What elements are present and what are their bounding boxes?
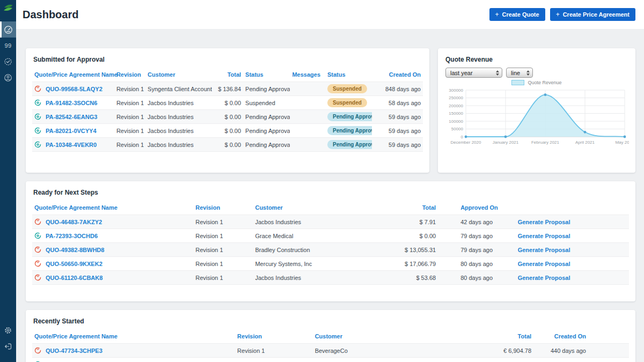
record-link[interactable]: QUO-99568-5LAQY2 [46,86,103,92]
generate-proposal-link[interactable]: Generate Proposal [518,247,570,253]
column-header[interactable]: Quote/Price Agreement Name [32,201,193,215]
svg-text:May 2021: May 2021 [615,140,629,145]
leaf-logo-icon [2,3,14,14]
record-link[interactable]: QUO-61120-6CBAK8 [46,275,103,281]
create-quote-button[interactable]: + Create Quote [489,8,545,21]
recently-started-card: Recently Started Quote/Price Agreement N… [26,310,635,362]
create-price-agreement-button[interactable]: + Create Price Agreement [550,8,635,21]
created-on-cell: 440 days ago [533,344,629,358]
customer-cell: Jacbos Industries [145,124,212,138]
status-badge: Suspended [327,98,367,107]
topbar: Dashboard + Create Quote + Create Price … [16,0,644,29]
customer-cell: Jacbos Industries [253,271,384,285]
column-header[interactable]: Total [212,68,243,82]
created-on-cell: 58 days ago [372,96,423,110]
svg-text:January 2021: January 2021 [493,140,519,145]
sidebar-item-approvals[interactable] [0,54,16,70]
column-header[interactable]: Customer [145,68,212,82]
svg-text:300000: 300000 [449,88,463,93]
column-header[interactable]: Quote/Price Agreement Name [32,68,114,82]
column-header[interactable]: Status [325,68,372,82]
sidebar-item-dashboard[interactable] [0,21,16,38]
column-header[interactable]: Status [243,68,290,82]
generate-proposal-link[interactable]: Generate Proposal [518,275,570,281]
messages-cell [290,110,325,124]
record-link[interactable]: QUO-50650-9KXEK2 [46,261,103,267]
sidebar-item-account[interactable] [0,70,16,86]
table-row: ”QUO-47734-3CHPE3Revision 1BeverageCo€ 6… [32,344,629,358]
revision-cell: Revision 1 [235,358,313,362]
action-cell: Generate Proposal [516,215,629,229]
status-badge: Pending Approval [327,126,372,135]
name-cell: ”QUO-50650-9KXEK2 [32,257,193,271]
select-arrows-icon [526,70,530,76]
total-cell: $ 17,066.79 [384,257,438,271]
total-cell: $ 0.00 [212,96,243,110]
column-header[interactable]: Customer [313,329,474,344]
created-on-cell: 59 days ago [372,110,423,124]
table-row: ”QUO-50650-9KXEK2Revision 1Mercury Syste… [32,257,629,271]
plus-icon: + [495,11,499,18]
column-header[interactable]: Created On [533,329,629,344]
record-link[interactable]: QUO-47734-3CHPE3 [46,348,103,354]
table-header-row: Quote/Price Agreement Name Revision Cust… [32,329,629,344]
svg-text:”: ” [36,275,39,280]
name-cell: ”QUO-99568-5LAQY2 [32,82,114,96]
column-header[interactable]: Total [384,201,438,215]
svg-text:0: 0 [461,135,464,139]
table-row: PA-91482-3SOCN6Revision 1Jacbos Industri… [32,96,423,110]
status-cell: Pending Approval [243,124,290,138]
total-cell: $ 0.00 [212,110,243,124]
column-header[interactable]: Approved On [438,201,516,215]
record-link[interactable]: QUO-46483-7AKZY2 [46,219,102,225]
table-header-row: Quote/Price Agreement Name Revision Cust… [32,201,629,215]
generate-proposal-link[interactable]: Generate Proposal [518,261,570,267]
quote-icon: ” [34,246,41,253]
svg-text:”: ” [36,247,39,253]
generate-proposal-link[interactable]: Generate Proposal [518,233,570,239]
column-header[interactable]: Revision [193,201,253,215]
status-badge: Suspended [327,84,367,93]
column-header[interactable]: Customer [253,201,384,215]
table-row: PA-82542-6EANG3Revision 1Jacbos Industri… [32,110,423,124]
column-header[interactable]: Revision [114,68,145,82]
customer-cell: Syngenta Client Account [145,82,212,96]
generate-proposal-link[interactable]: Generate Proposal [518,219,570,225]
svg-text:”: ” [36,86,39,92]
svg-text:50000: 50000 [451,127,464,131]
record-link[interactable]: PA-82542-6EANG3 [46,114,97,120]
table-row: PA-41163-9HHZN8Revision 1Jacbos Industri… [32,358,629,362]
status-cell: Suspended [243,96,290,110]
sidebar-item-quotes-count[interactable]: 99 [0,38,16,54]
record-link[interactable]: PA-72393-3OCHD6 [46,233,98,239]
chart-type-select[interactable]: line [506,68,533,78]
created-on-cell: 848 days ago [372,82,423,96]
name-cell: PA-82542-6EANG3 [32,110,114,124]
record-link[interactable]: QUO-49382-8BWHD8 [46,247,104,253]
status-badge-cell: Suspended [325,82,372,96]
record-link[interactable]: PA-91482-3SOCN6 [46,100,97,106]
status-cell: Pending Approval [243,138,290,152]
status-badge-cell: Pending Approval [325,138,372,152]
sidebar-item-settings[interactable] [0,322,16,338]
sidebar-item-logout[interactable] [0,338,16,354]
customer-cell: Grace Medical [253,229,384,243]
created-on-cell: 59 days ago [372,138,423,152]
record-link[interactable]: PA-10348-4VEKR0 [46,142,97,148]
column-header[interactable]: Messages [290,68,325,82]
revision-cell: Revision 1 [193,215,253,229]
total-cell: $ 136.84 [212,82,243,96]
revision-cell: Revision 1 [235,344,313,358]
column-header[interactable]: Created On [372,68,423,82]
date-range-select[interactable]: last year [445,68,502,78]
record-link[interactable]: PA-82021-0VCYY4 [46,128,97,134]
check-badge-icon [4,57,12,66]
section-title: Submitted for Approval [33,56,423,63]
table-row: PA-10348-4VEKR0Revision 1Jacbos Industri… [32,138,423,152]
action-cell: Generate Proposal [516,243,629,257]
column-header[interactable]: Total [474,329,533,344]
column-header[interactable]: Quote/Price Agreement Name [32,329,235,344]
column-header[interactable]: Revision [235,329,313,344]
table-header-row: Quote/Price Agreement Name Revision Cust… [32,68,423,82]
name-cell: ”QUO-46483-7AKZY2 [32,215,193,229]
